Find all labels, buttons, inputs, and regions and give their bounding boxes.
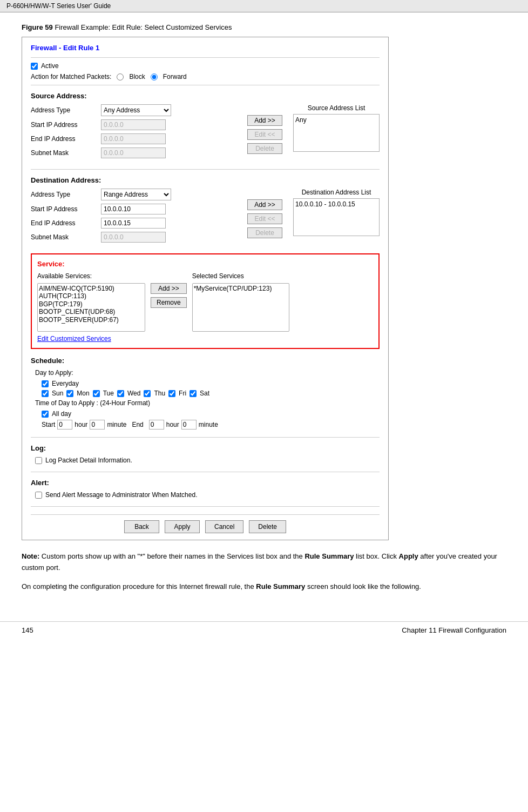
dest-btn-group: Add >> Edit << Delete <box>247 199 282 246</box>
source-list-area: Source Address List Any <box>293 104 380 162</box>
minute-label-1: minute <box>107 421 126 428</box>
fri-checkbox[interactable] <box>168 390 175 397</box>
alert-section: Alert: Send Alert Message to Administrat… <box>31 479 380 499</box>
sun-checkbox[interactable] <box>42 390 49 397</box>
log-checkbox-row: Log Packet Detail Information. <box>35 457 380 464</box>
sat-checkbox[interactable] <box>189 390 197 397</box>
block-label: Block <box>129 73 145 80</box>
avail-item-5[interactable]: BOOTP_SERVER(UDP:67) <box>39 316 144 324</box>
active-checkbox[interactable] <box>31 63 38 70</box>
dest-end-input[interactable] <box>101 218 166 229</box>
dest-delete-btn[interactable]: Delete <box>247 227 282 238</box>
delete-btn[interactable]: Delete <box>249 520 286 533</box>
source-end-label: End IP Address <box>31 135 101 143</box>
avail-item-1[interactable]: AIM/NEW-ICQ(TCP:5190) <box>39 285 144 292</box>
end-hour-input[interactable] <box>149 420 164 430</box>
start-label: Start <box>42 421 55 428</box>
everyday-row: Everyday <box>42 380 380 387</box>
avail-item-3[interactable]: BGP(TCP:179) <box>39 300 144 308</box>
selected-item-1[interactable]: *MyService(TCP/UDP:123) <box>194 285 288 292</box>
log-checkbox[interactable] <box>35 457 42 464</box>
selected-list[interactable]: *MyService(TCP/UDP:123) <box>192 283 289 332</box>
apply-btn[interactable]: Apply <box>165 520 200 533</box>
cancel-btn[interactable]: Cancel <box>205 520 243 533</box>
page-footer: 145 Chapter 11 Firewall Configuration <box>0 621 528 639</box>
source-fields: Address Type Any Address Start IP Addres… <box>31 104 236 162</box>
source-inner: Address Type Any Address Start IP Addres… <box>31 104 380 162</box>
wed-checkbox[interactable] <box>117 390 124 397</box>
dest-end-label: End IP Address <box>31 219 101 227</box>
source-list-item: Any <box>295 116 377 124</box>
alert-heading: Alert: <box>31 479 380 487</box>
schedule-section: Schedule: Day to Apply: Everyday Sun Mon… <box>31 357 380 430</box>
everyday-checkbox[interactable] <box>42 380 49 387</box>
source-list-label: Source Address List <box>308 104 365 112</box>
dest-type-row: Address Type Range Address <box>31 189 236 200</box>
source-start-input[interactable] <box>101 119 166 130</box>
source-edit-btn[interactable]: Edit << <box>247 129 282 140</box>
everyday-label: Everyday <box>52 380 79 387</box>
source-start-label: Start IP Address <box>31 121 101 129</box>
day-label: Day to Apply: <box>35 369 380 377</box>
source-subnet-input[interactable] <box>101 147 166 158</box>
dest-subnet-label: Subnet Mask <box>31 233 101 241</box>
action-row: Action for Matched Packets: Block Forwar… <box>31 73 380 80</box>
tue-label: Tue <box>103 390 114 397</box>
header-title: P-660H/HW/W-T Series User' Guide <box>6 2 111 10</box>
alert-checkbox[interactable] <box>35 492 42 499</box>
tue-checkbox[interactable] <box>93 390 100 397</box>
dest-type-select[interactable]: Range Address <box>101 189 171 200</box>
alert-checkbox-row: Send Alert Message to Administrator When… <box>35 491 380 499</box>
mon-label: Mon <box>77 390 89 397</box>
allday-checkbox[interactable] <box>42 411 49 418</box>
dest-start-input[interactable] <box>101 204 166 214</box>
alert-checkbox-label: Send Alert Message to Administrator When… <box>45 491 197 499</box>
service-heading: Service: <box>37 260 373 268</box>
source-add-btn[interactable]: Add >> <box>247 115 282 126</box>
back-btn[interactable]: Back <box>124 520 159 533</box>
active-row: Active <box>31 62 380 70</box>
end-minute-input[interactable] <box>181 420 197 430</box>
service-remove-btn[interactable]: Remove <box>151 297 187 308</box>
block-radio[interactable] <box>117 73 124 80</box>
days-row: Sun Mon Tue Wed Thu Fri Sat <box>42 390 380 397</box>
start-hour-input[interactable] <box>57 420 72 430</box>
figure-label: Figure 59 <box>22 23 53 31</box>
source-end-input[interactable] <box>101 133 166 144</box>
source-end-row: End IP Address <box>31 133 236 144</box>
service-available: Available Services: AIM/NEW-ICQ(TCP:5190… <box>37 272 145 343</box>
dest-end-row: End IP Address <box>31 218 236 229</box>
source-type-select[interactable]: Any Address <box>101 104 171 116</box>
edit-customized-link[interactable]: Edit Customized Services <box>37 335 111 343</box>
available-label: Available Services: <box>37 272 145 280</box>
forward-radio[interactable] <box>151 73 158 80</box>
dest-add-btn[interactable]: Add >> <box>247 199 282 210</box>
dest-subnet-input[interactable] <box>101 232 166 243</box>
service-section: Service: Available Services: AIM/NEW-ICQ… <box>31 253 380 349</box>
schedule-heading: Schedule: <box>31 357 380 365</box>
avail-item-4[interactable]: BOOTP_CLIENT(UDP:68) <box>39 308 144 316</box>
dest-fields: Address Type Range Address Start IP Addr… <box>31 189 236 246</box>
mon-checkbox[interactable] <box>66 390 73 397</box>
allday-label: All day <box>52 410 71 418</box>
source-type-label: Address Type <box>31 106 101 114</box>
hour-label-2: hour <box>166 421 179 428</box>
body-paragraph: On completing the configuration procedur… <box>22 581 506 593</box>
source-delete-btn[interactable]: Delete <box>247 143 282 154</box>
available-list[interactable]: AIM/NEW-ICQ(TCP:5190) AUTH(TCP:113) BGP(… <box>37 283 145 332</box>
source-type-row: Address Type Any Address <box>31 104 236 116</box>
start-minute-input[interactable] <box>90 420 105 430</box>
log-heading: Log: <box>31 444 380 452</box>
thu-checkbox[interactable] <box>144 390 151 397</box>
dest-edit-btn[interactable]: Edit << <box>247 213 282 224</box>
fri-label: Fri <box>179 390 186 397</box>
note-rule-summary: Rule Summary <box>304 552 354 560</box>
service-add-btn[interactable]: Add >> <box>151 283 187 294</box>
page-number: 145 <box>22 626 33 634</box>
dest-list-box: 10.0.0.10 - 10.0.0.15 <box>293 198 380 236</box>
avail-item-2[interactable]: AUTH(TCP:113) <box>39 292 144 300</box>
source-heading: Source Address: <box>31 92 380 100</box>
service-inner: Available Services: AIM/NEW-ICQ(TCP:5190… <box>37 272 373 343</box>
dest-start-label: Start IP Address <box>31 205 101 213</box>
sun-label: Sun <box>52 390 63 397</box>
